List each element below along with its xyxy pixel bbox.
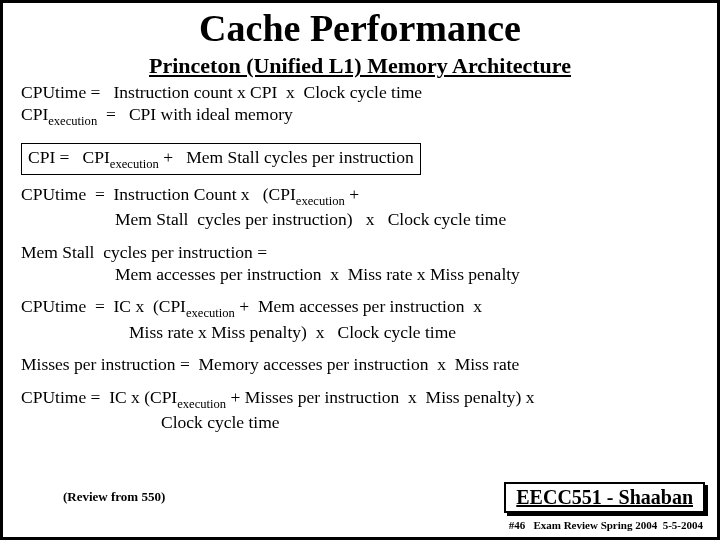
boxed-cpi-formula: CPI = CPIexecution + Mem Stall cycles pe… xyxy=(21,143,421,175)
cputime-final-line1: CPUtime = IC x (CPIexecution + Misses pe… xyxy=(21,386,699,412)
cputime-exp1-line2: Mem Stall cycles per instruction) x Cloc… xyxy=(21,208,699,230)
cputime-exp1-sub: execution xyxy=(296,193,345,207)
cputime-final-sub: execution xyxy=(177,396,226,410)
cpi-label: CPI xyxy=(21,104,48,124)
cputime-expanded-2: CPUtime = IC x (CPIexecution + Mem acces… xyxy=(21,295,699,343)
cputime-expanded-1: CPUtime = Instruction Count x (CPIexecut… xyxy=(21,183,699,231)
cpi-exec-def: CPIexecution = CPI with ideal memory xyxy=(21,103,699,129)
exec-subscript: execution xyxy=(48,114,97,128)
cputime-exp2-sub: execution xyxy=(186,306,235,320)
boxed-post: + Mem Stall cycles per instruction xyxy=(159,147,414,167)
cputime-exp1-line1: CPUtime = Instruction Count x (CPIexecut… xyxy=(21,183,699,209)
mem-stall-line1: Mem Stall cycles per instruction = xyxy=(21,241,699,263)
cputime-exp1-pre: CPUtime = Instruction Count x (CPI xyxy=(21,184,296,204)
boxed-sub: execution xyxy=(110,156,159,170)
review-note: (Review from 550) xyxy=(63,489,165,505)
mem-stall-line2: Mem accesses per instruction x Miss rate… xyxy=(21,263,699,285)
slide-content: CPUtime = Instruction count x CPI x Cloc… xyxy=(21,81,699,434)
slide-frame: Cache Performance Princeton (Unified L1)… xyxy=(0,0,720,540)
course-badge: EECC551 - Shaaban xyxy=(504,482,705,513)
boxed-pre: CPI = CPI xyxy=(28,147,110,167)
slide-title: Cache Performance xyxy=(21,9,699,49)
cpi-def-text: = CPI with ideal memory xyxy=(97,104,293,124)
cputime-eq: CPUtime = Instruction count x CPI x Cloc… xyxy=(21,81,699,103)
cputime-final-pre: CPUtime = IC x (CPI xyxy=(21,387,177,407)
cputime-exp2-pre: CPUtime = IC x (CPI xyxy=(21,296,186,316)
cputime-final-post: + Misses per instruction x Miss penalty)… xyxy=(226,387,534,407)
cputime-exp2-line2: Miss rate x Miss penalty) x Clock cycle … xyxy=(21,321,699,343)
cputime-final-line2: Clock cycle time xyxy=(21,411,699,433)
cputime-exp2-post: + Mem accesses per instruction x xyxy=(235,296,482,316)
cputime-exp1-post: + xyxy=(345,184,359,204)
definition-block-1: CPUtime = Instruction count x CPI x Cloc… xyxy=(21,81,699,129)
slide-footer: #46 Exam Review Spring 2004 5-5-2004 xyxy=(509,519,703,531)
misses-per-instr: Misses per instruction = Memory accesses… xyxy=(21,353,699,375)
cputime-exp2-line1: CPUtime = IC x (CPIexecution + Mem acces… xyxy=(21,295,699,321)
cputime-final: CPUtime = IC x (CPIexecution + Misses pe… xyxy=(21,386,699,434)
slide-subtitle: Princeton (Unified L1) Memory Architectu… xyxy=(21,53,699,79)
mem-stall-block: Mem Stall cycles per instruction = Mem a… xyxy=(21,241,699,286)
